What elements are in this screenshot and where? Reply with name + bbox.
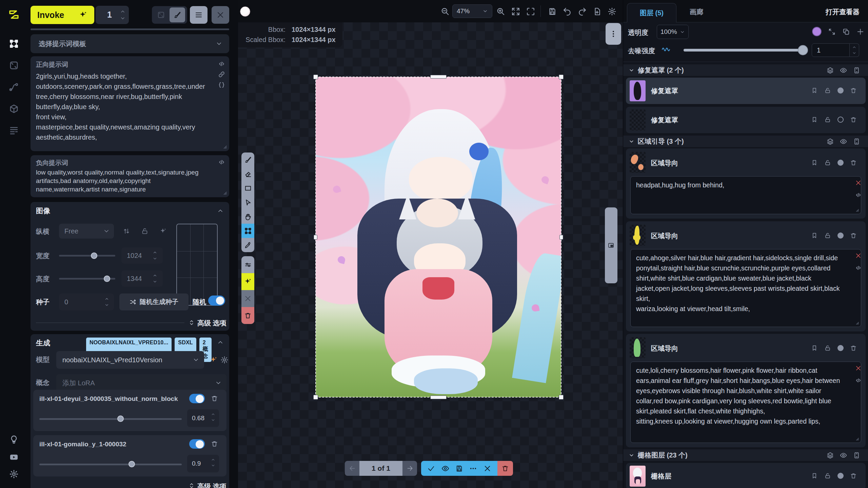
more-options-icon[interactable]: [469, 465, 477, 472]
advanced-options-label[interactable]: 高级 选项: [197, 319, 226, 328]
visibility-icon[interactable]: [840, 452, 847, 459]
code-icon[interactable]: [218, 60, 225, 67]
lora-enabled-toggle[interactable]: [189, 439, 205, 449]
merge-layers-icon[interactable]: [827, 138, 834, 145]
selection-handle-sw[interactable]: [313, 395, 318, 400]
visibility-icon[interactable]: [840, 138, 847, 145]
layer-color-icon[interactable]: [837, 87, 844, 94]
code-icon[interactable]: [855, 192, 862, 198]
denoise-stepper[interactable]: [850, 43, 859, 57]
bookmark-icon[interactable]: [811, 232, 818, 239]
gallery-mode-button[interactable]: [153, 7, 169, 22]
stepper-up-icon[interactable]: [120, 9, 125, 14]
lock-icon[interactable]: [824, 116, 831, 123]
collapse-icon[interactable]: [217, 207, 224, 214]
optimize-size-icon[interactable]: [159, 227, 167, 235]
open-viewer-link[interactable]: 打开查看器: [826, 7, 860, 17]
merge-layers-icon[interactable]: [827, 67, 834, 74]
code-icon[interactable]: [218, 159, 225, 166]
stepper-up-icon[interactable]: [153, 273, 157, 278]
lock-icon[interactable]: [824, 472, 831, 479]
save-canvas-icon[interactable]: [548, 7, 557, 16]
layer-color-icon[interactable]: [837, 232, 844, 239]
stepper-up-icon[interactable]: [104, 297, 109, 301]
add-lora-select[interactable]: 添加 LoRA: [56, 374, 226, 392]
height-slider-knob[interactable]: [104, 276, 110, 282]
code-icon[interactable]: [855, 377, 862, 384]
lock-icon[interactable]: [824, 345, 831, 351]
random-seed-toggle[interactable]: [208, 296, 225, 306]
trash-icon[interactable]: [850, 472, 857, 479]
selection-handle-nw[interactable]: [313, 75, 318, 79]
panel-icon[interactable]: [853, 452, 860, 459]
merge-layers-icon[interactable]: [827, 452, 834, 459]
canvas-context-menu-button[interactable]: [606, 23, 621, 45]
stepper-up-icon[interactable]: [211, 458, 215, 462]
zoom-in-icon[interactable]: [496, 7, 505, 16]
move-tool[interactable]: [241, 195, 254, 209]
menu-button[interactable]: [190, 6, 208, 24]
model-select[interactable]: noobaiXLNAIXL_vPred10Version: [56, 351, 204, 369]
resize-grip-icon[interactable]: [854, 320, 860, 325]
regional-prompt-input[interactable]: cute,ahoge,silver hair,blue hair,gradien…: [630, 249, 861, 327]
stepper-up-icon[interactable]: [852, 45, 856, 49]
cancel-button[interactable]: [241, 290, 254, 307]
accept-icon[interactable]: [427, 465, 435, 472]
discard-icon[interactable]: [484, 465, 491, 472]
layer-row-raster-1[interactable]: 栅格层: [626, 463, 866, 488]
new-session-icon[interactable]: [593, 7, 601, 16]
link-icon[interactable]: [218, 71, 225, 78]
fit-layer-icon[interactable]: [828, 28, 836, 36]
trash-icon[interactable]: [850, 87, 857, 94]
denoise-input[interactable]: 1: [812, 43, 850, 57]
stepper-down-icon[interactable]: [852, 51, 856, 55]
code-icon[interactable]: [855, 265, 862, 271]
save-icon[interactable]: [455, 465, 463, 472]
close-panel-button[interactable]: [212, 6, 229, 24]
remove-prompt-icon[interactable]: [855, 365, 862, 371]
layer-row-regional-3[interactable]: 区域导向 cute,loli,cherry blossoms,hair flow…: [626, 334, 866, 447]
nav-models-icon[interactable]: [7, 102, 20, 115]
brush-tool[interactable]: [241, 152, 254, 167]
nav-canvas-icon[interactable]: [7, 37, 20, 50]
stepper-down-icon[interactable]: [104, 303, 109, 307]
delete-button[interactable]: [241, 307, 254, 324]
visibility-icon[interactable]: [840, 67, 847, 74]
lora-weight-slider[interactable]: [39, 418, 182, 420]
eraser-tool[interactable]: [241, 167, 254, 181]
lora-delete-icon[interactable]: [211, 440, 218, 447]
aspect-select[interactable]: Free: [59, 224, 114, 239]
remove-prompt-icon[interactable]: [855, 252, 862, 259]
discard-all-button[interactable]: [497, 461, 513, 476]
width-slider-knob[interactable]: [91, 252, 97, 259]
add-layer-icon[interactable]: [856, 28, 864, 36]
model-sparkle-icon[interactable]: [210, 356, 218, 364]
layer-row-inpaint-2[interactable]: 修复遮罩: [626, 107, 866, 133]
section-inpaint-masks[interactable]: 修复遮罩 (2 个): [623, 64, 868, 76]
lora-weight-knob[interactable]: [129, 461, 135, 467]
layer-color-icon[interactable]: [837, 117, 844, 123]
resize-grip-icon[interactable]: [854, 436, 860, 441]
iterations-stepper[interactable]: 1: [96, 6, 129, 24]
remove-prompt-icon[interactable]: [855, 180, 862, 186]
nav-queue-icon[interactable]: [7, 124, 20, 137]
invoke-button[interactable]: Invoke: [31, 6, 94, 24]
rect-tool[interactable]: [241, 181, 254, 195]
next-image-button[interactable]: [402, 461, 417, 476]
tab-layers[interactable]: 图层 (5): [627, 3, 676, 22]
regional-prompt-input[interactable]: cute,loli,cherry blossoms,hair flower,pi…: [630, 362, 861, 443]
selection-handle-e[interactable]: [559, 235, 563, 240]
support-icon[interactable]: [7, 433, 20, 446]
panel-icon[interactable]: [853, 67, 860, 74]
tab-gallery[interactable]: 画廊: [690, 7, 703, 17]
bbox-tool[interactable]: [241, 224, 254, 238]
model-settings-icon[interactable]: [220, 356, 229, 364]
denoise-slider[interactable]: [684, 49, 804, 52]
stepper-down-icon[interactable]: [153, 256, 157, 261]
braces-icon[interactable]: [218, 81, 225, 88]
nav-upscale-icon[interactable]: [7, 59, 20, 72]
lock-aspect-icon[interactable]: [141, 227, 149, 235]
undo-icon[interactable]: [563, 7, 572, 16]
trash-icon[interactable]: [850, 116, 857, 123]
trash-icon[interactable]: [850, 345, 857, 351]
